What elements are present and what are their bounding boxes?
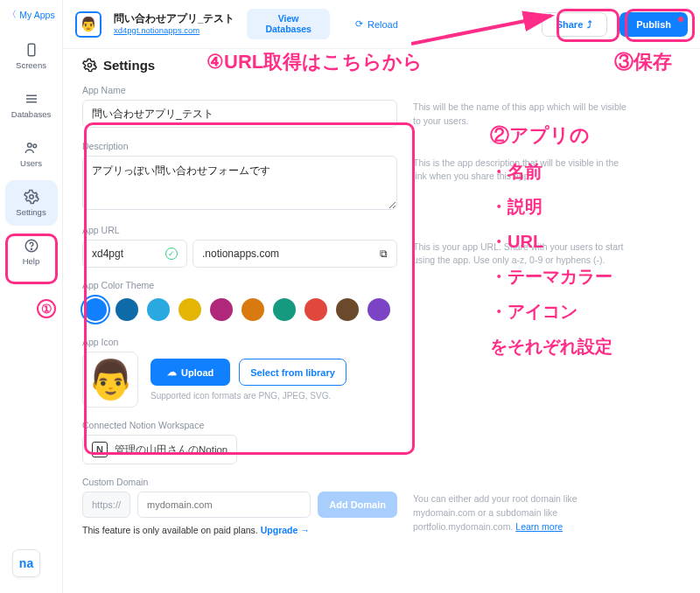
url-subdomain-field[interactable]: xd4pgt ✓ — [82, 240, 187, 268]
back-to-apps[interactable]: 〈 My Apps — [7, 9, 54, 21]
gear-icon — [24, 189, 39, 205]
custom-domain-hint: You can either add your root domain like… — [413, 477, 632, 535]
sidebar-label: Screens — [16, 60, 46, 70]
sidebar-item-databases[interactable]: Databases — [5, 82, 58, 128]
help-icon — [24, 238, 39, 254]
color-swatch[interactable] — [368, 298, 390, 321]
sidebar-item-users[interactable]: Users — [5, 131, 58, 177]
custom-domain-input[interactable] — [137, 492, 311, 518]
svg-point-4 — [27, 143, 32, 148]
svg-point-6 — [29, 195, 33, 199]
color-swatch[interactable] — [210, 298, 233, 321]
app-icon-preview: 👨 — [82, 352, 138, 408]
sidebar-item-screens[interactable]: Screens — [5, 33, 58, 79]
upgrade-link[interactable]: Upgrade → — [261, 525, 310, 535]
learn-more-link[interactable]: Learn more — [515, 521, 563, 532]
workspace-label: Connected Notion Workspace — [82, 420, 397, 430]
upload-icon: ☁ — [167, 366, 177, 378]
upgrade-notice: This feature is only available on paid p… — [82, 525, 397, 535]
theme-label: App Color Theme — [82, 280, 397, 290]
protocol-prefix: https:// — [82, 492, 130, 518]
description-hint: This is the app description that will be… — [413, 141, 632, 213]
color-swatch[interactable] — [84, 298, 107, 321]
users-icon — [24, 140, 39, 156]
app-url-label: App URL — [82, 225, 397, 235]
color-swatch[interactable] — [178, 298, 201, 321]
chevron-left-icon: 〈 — [7, 9, 17, 21]
sidebar-item-help[interactable]: Help — [5, 229, 58, 275]
url-domain-field: .notionapps.com ⧉ — [192, 240, 397, 268]
upload-button[interactable]: ☁ Upload — [150, 359, 230, 386]
sidebar-label: Help — [23, 256, 40, 266]
description-input[interactable] — [82, 156, 397, 210]
color-swatch[interactable] — [242, 298, 264, 321]
app-name-hint: This will be the name of this app which … — [413, 85, 632, 129]
page-title: Settings — [82, 58, 681, 73]
svg-point-9 — [88, 63, 91, 66]
svg-point-8 — [31, 248, 32, 249]
reload-button[interactable]: ⟳ Reload — [342, 12, 411, 36]
svg-rect-0 — [28, 44, 35, 56]
app-name-input[interactable] — [82, 100, 397, 128]
gear-icon — [82, 58, 97, 73]
content: Settings App Name This will be the name … — [63, 49, 700, 593]
icon-hint: Supported icon formats are PNG, JPEG, SV… — [150, 391, 346, 401]
color-swatch[interactable] — [147, 298, 170, 321]
color-swatch[interactable] — [304, 298, 327, 321]
check-circle-icon: ✓ — [165, 248, 178, 260]
reload-icon: ⟳ — [355, 18, 363, 30]
sidebar-label: Users — [20, 158, 42, 168]
sidebar: 〈 My Apps Screens Databases Users Settin… — [0, 0, 63, 593]
share-icon: ⤴ — [587, 19, 592, 30]
description-label: Description — [82, 141, 397, 151]
workspace-value[interactable]: N 管理の山田さんのNotion — [82, 435, 237, 464]
color-swatch[interactable] — [116, 298, 138, 321]
topbar: 👨 問い合わせアプリ_テスト xd4pgt.notionapps.com Vie… — [63, 0, 700, 49]
app-url-hint: This is your app URL. Share with your us… — [413, 225, 632, 269]
notion-icon: N — [92, 442, 108, 457]
back-label: My Apps — [19, 10, 54, 20]
color-swatches — [82, 295, 397, 324]
app-url-link[interactable]: xd4pgt.notionapps.com — [114, 25, 234, 36]
app-title: 問い合わせアプリ_テスト — [114, 12, 234, 24]
copy-icon[interactable]: ⧉ — [380, 248, 388, 260]
databases-icon — [24, 91, 39, 107]
app-avatar: 👨 — [75, 11, 102, 38]
brand-badge: na — [12, 549, 40, 577]
icon-label: App Icon — [82, 337, 397, 347]
app-name-label: App Name — [82, 85, 397, 95]
color-swatch[interactable] — [273, 298, 296, 321]
sidebar-label: Databases — [11, 109, 51, 119]
custom-domain-label: Custom Domain — [82, 477, 397, 487]
screens-icon — [24, 42, 39, 58]
share-button[interactable]: Share ⤴ — [542, 12, 608, 37]
color-swatch[interactable] — [336, 298, 359, 321]
select-library-button[interactable]: Select from library — [239, 359, 346, 386]
add-domain-button[interactable]: Add Domain — [318, 492, 397, 518]
sidebar-item-settings[interactable]: Settings — [5, 180, 58, 226]
svg-point-5 — [32, 144, 36, 148]
publish-button[interactable]: Publish — [620, 12, 688, 37]
sidebar-label: Settings — [16, 207, 46, 217]
view-databases-button[interactable]: View Databases — [247, 9, 330, 39]
